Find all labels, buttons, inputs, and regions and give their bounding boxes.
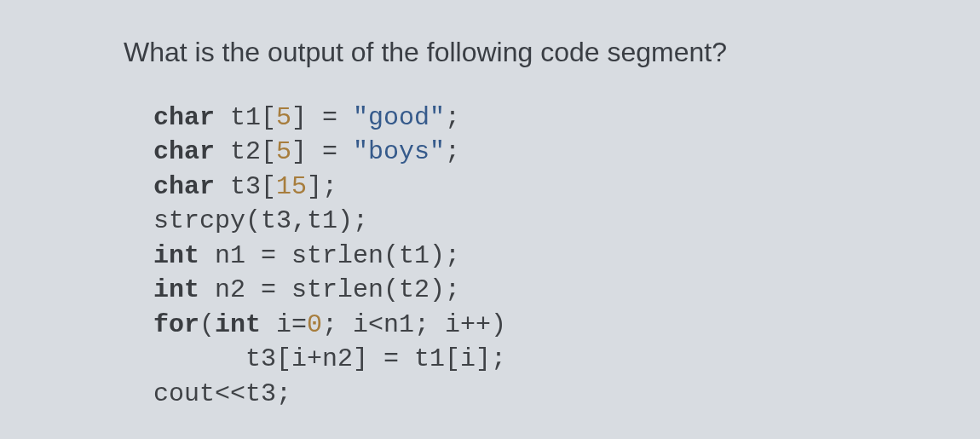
- code-block: char t1[5] = "good"; char t2[5] = "boys"…: [124, 101, 727, 412]
- keyword-char: char: [153, 172, 215, 201]
- code-line-6: int n2 = strlen(t2);: [153, 275, 460, 304]
- keyword-for: for: [153, 310, 199, 339]
- keyword-int: int: [215, 310, 261, 339]
- content-container: What is the output of the following code…: [0, 28, 727, 412]
- code-line-9: cout<<t3;: [153, 379, 291, 408]
- keyword-char: char: [153, 137, 215, 166]
- code-line-8: t3[i+n2] = t1[i];: [153, 344, 506, 373]
- keyword-int: int: [153, 241, 199, 270]
- code-line-7: for(int i=0; i<n1; i++): [153, 310, 506, 339]
- keyword-int: int: [153, 275, 199, 304]
- code-line-4: strcpy(t3,t1);: [153, 206, 368, 235]
- keyword-char: char: [153, 103, 215, 132]
- code-line-3: char t3[15];: [153, 172, 337, 201]
- code-line-5: int n1 = strlen(t1);: [153, 241, 460, 270]
- code-line-2: char t2[5] = "boys";: [153, 137, 460, 166]
- code-line-1: char t1[5] = "good";: [153, 103, 460, 132]
- question-text: What is the output of the following code…: [124, 37, 727, 68]
